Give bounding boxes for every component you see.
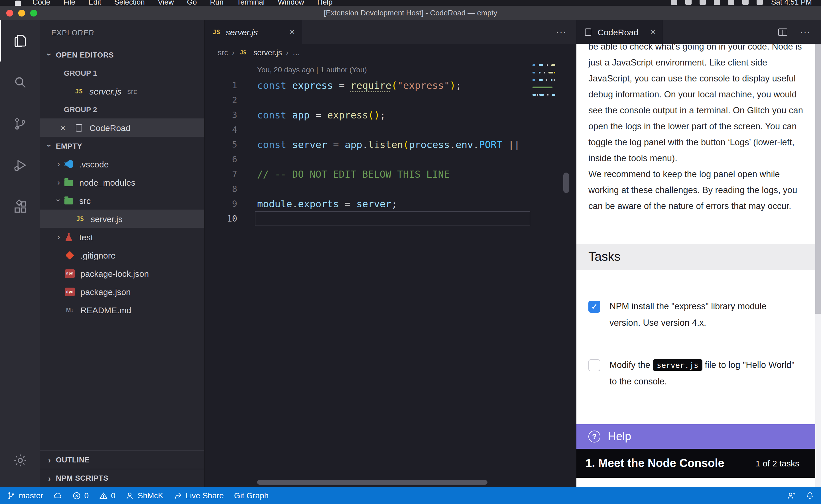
breadcrumb: src›JSserver.js›…: [205, 44, 576, 62]
chevron-right-icon: ›: [54, 178, 64, 187]
code-line-2[interactable]: 2: [205, 93, 531, 108]
traffic-light-close[interactable]: [6, 9, 13, 16]
task-checkbox[interactable]: ✓: [588, 301, 600, 313]
codelens-annotation[interactable]: You, 20 days ago | 1 author (You): [257, 65, 576, 78]
explorer-item-readme-md[interactable]: M↓README.md: [40, 301, 204, 319]
editor-vertical-scrollbar[interactable]: [563, 173, 569, 193]
close-icon[interactable]: ×: [646, 27, 656, 37]
menu-item-go[interactable]: Go: [187, 0, 197, 6]
status-0[interactable]: 0: [99, 491, 115, 500]
explorer-item-src[interactable]: ›src: [40, 191, 204, 210]
activity-settings-icon[interactable]: [0, 440, 40, 481]
explorer-item-server-js[interactable]: JSserver.jssrc: [40, 82, 204, 100]
section-open-editors[interactable]: ›OPEN EDITORS: [40, 46, 204, 64]
code-line-10[interactable]: 10: [205, 211, 531, 226]
menubar-status-icon[interactable]: [700, 0, 706, 5]
code-line-5[interactable]: 5const server = app.listen(process.env.P…: [205, 137, 531, 152]
code-line-4[interactable]: 4: [205, 122, 531, 137]
task-text: NPM install the "express" library module…: [609, 298, 798, 331]
minimap[interactable]: [531, 62, 555, 101]
activity-search-icon[interactable]: [0, 62, 40, 103]
activity-run-debug-icon[interactable]: [0, 145, 40, 186]
group-group-2[interactable]: GROUP 2: [40, 100, 204, 118]
traffic-light-minimize[interactable]: [18, 9, 25, 16]
webview-scrollbar-thumb[interactable]: [815, 44, 821, 314]
chevron-right-icon: ›: [44, 474, 55, 483]
explorer-item-vscode[interactable]: ›.vscode: [40, 155, 204, 173]
doc-icon: [74, 123, 84, 132]
activity-bar-items: [0, 20, 40, 228]
status-feedback[interactable]: [787, 491, 795, 500]
menu-item-run[interactable]: Run: [210, 0, 224, 6]
status-master[interactable]: master: [7, 491, 43, 500]
titlebar[interactable]: [Extension Development Host] - CodeRoad …: [0, 6, 821, 20]
menu-item-help[interactable]: Help: [317, 0, 333, 6]
lesson-paragraph: We recommend to keep the log panel open …: [588, 166, 808, 214]
menubar-status-icon[interactable]: [728, 0, 735, 5]
help-bar[interactable]: ? Help: [576, 424, 815, 449]
tab-coderoad[interactable]: CodeRoad ×: [576, 20, 663, 44]
menu-item-terminal[interactable]: Terminal: [237, 0, 265, 6]
activity-extensions-icon[interactable]: [0, 186, 40, 228]
section-outline[interactable]: ›OUTLINE: [40, 450, 204, 469]
workbench: EXPLORER ›OPEN EDITORSGROUP 1JSserver.js…: [0, 20, 821, 487]
apple-menu-icon[interactable]: [15, 1, 21, 6]
code-line-9[interactable]: 9module.exports = server;: [205, 196, 531, 211]
split-editor-icon[interactable]: [773, 28, 793, 36]
breadcrumb-item-more[interactable]: …: [293, 48, 300, 57]
code-editor[interactable]: You, 20 days ago | 1 author (You) 1const…: [205, 62, 576, 487]
explorer-item-server-js[interactable]: JSserver.js: [40, 210, 204, 228]
menu-item-file[interactable]: File: [63, 0, 75, 6]
status-cloud[interactable]: [54, 491, 62, 500]
traffic-light-zoom[interactable]: [30, 9, 37, 16]
code-line-8[interactable]: 8: [205, 182, 531, 196]
task-item-2: Modify the server.js file to log "Hello …: [588, 357, 798, 390]
menu-item-selection[interactable]: Selection: [114, 0, 145, 6]
explorer-item-package-lock-json[interactable]: npmpackage-lock.json: [40, 264, 204, 282]
section-empty[interactable]: ›EMPTY: [40, 137, 204, 155]
menu-item-edit[interactable]: Edit: [88, 0, 101, 6]
breadcrumb-item-src[interactable]: src: [218, 48, 228, 57]
editor-group: JS server.js × ··· src›JSserver.js›… You…: [204, 20, 576, 487]
activity-explorer-icon[interactable]: [0, 20, 40, 62]
editor-more-actions-icon[interactable]: ···: [547, 20, 576, 44]
task-checkbox[interactable]: [588, 359, 600, 371]
group-group-1[interactable]: GROUP 1: [40, 64, 204, 82]
menubar-status-icon[interactable]: [686, 0, 692, 5]
breadcrumb-item-server-js[interactable]: server.js: [254, 48, 282, 57]
lesson-footer[interactable]: 1. Meet the Node Console 1 of 2 tasks: [576, 449, 815, 478]
explorer-item-node-modules[interactable]: ›node_modules: [40, 173, 204, 191]
npm-icon: npm: [65, 269, 75, 278]
tab-server-js[interactable]: JS server.js ×: [205, 20, 302, 44]
status-bell[interactable]: [806, 491, 814, 500]
status-live-share[interactable]: Live Share: [173, 491, 224, 500]
activity-source-control-icon[interactable]: [0, 103, 40, 145]
status-0[interactable]: 0: [72, 491, 89, 500]
menubar-status-icon[interactable]: [743, 0, 749, 5]
menubar-status-icon[interactable]: [714, 0, 720, 5]
explorer-item-coderoad[interactable]: ×CodeRoad: [40, 118, 204, 137]
menu-item-code[interactable]: Code: [32, 0, 50, 6]
explorer-item-gitignore[interactable]: .gitignore: [40, 246, 204, 264]
explorer-item-test[interactable]: ›test: [40, 228, 204, 246]
menu-item-window[interactable]: Window: [278, 0, 304, 6]
explorer-item-package-json[interactable]: npmpackage.json: [40, 282, 204, 301]
code-line-1[interactable]: 1const express = require("express");: [205, 78, 531, 93]
menu-item-view[interactable]: View: [158, 0, 174, 6]
webview-scrollbar[interactable]: [815, 44, 821, 487]
editor-horizontal-scrollbar[interactable]: [257, 480, 487, 485]
code-line-3[interactable]: 3const app = express();: [205, 108, 531, 122]
close-icon[interactable]: ×: [60, 123, 74, 132]
menubar-status-icon[interactable]: [757, 0, 763, 5]
code-line-6[interactable]: 6: [205, 152, 531, 167]
code-line-7[interactable]: 7// -- DO NOT EDIT BELOW THIS LINE: [205, 167, 531, 182]
close-icon[interactable]: ×: [285, 27, 295, 37]
status-shmck[interactable]: ShMcK: [126, 491, 163, 500]
panel-more-actions-icon[interactable]: ···: [794, 27, 816, 37]
editor-tabbar: JS server.js × ···: [205, 20, 576, 44]
status-git-graph[interactable]: Git Graph: [234, 491, 269, 500]
section-npm-scripts[interactable]: ›NPM SCRIPTS: [40, 469, 204, 487]
menubar-status-icon[interactable]: [671, 0, 678, 5]
line-number: 4: [205, 125, 237, 135]
js-icon: JS: [212, 27, 221, 37]
